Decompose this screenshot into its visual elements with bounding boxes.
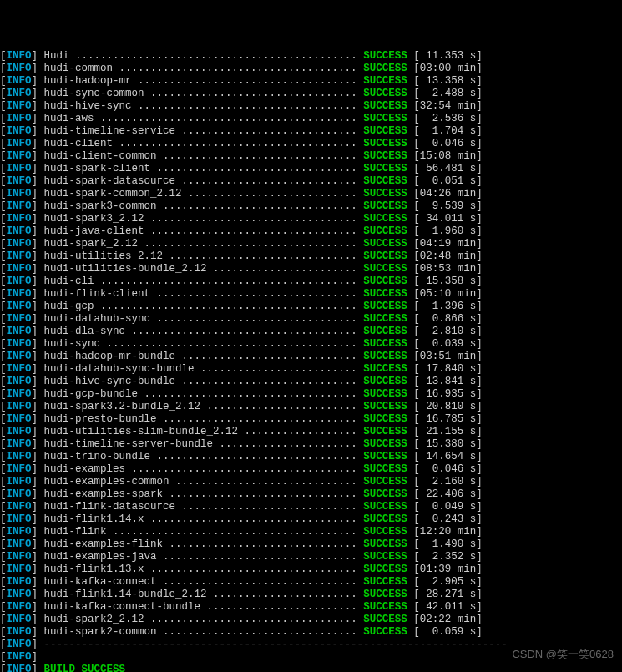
build-module-row: [INFO] hudi-common .....................… [0, 63, 622, 75]
build-module-row: [INFO] hudi-timeline-server-bundle .....… [0, 438, 622, 451]
build-module-row: [INFO] hudi-examples-common ............… [0, 476, 622, 488]
build-module-row: [INFO] hudi-spark3.2-bundle_2.12 .......… [0, 401, 622, 413]
build-module-row: [INFO] hudi-examples-flink .............… [0, 538, 622, 551]
build-module-row: [INFO] hudi-timeline-service ...........… [0, 125, 622, 138]
build-module-row: [INFO] hudi-utilities_2.12 .............… [0, 250, 622, 263]
build-module-row: [INFO] hudi-datahub-sync-bundle ........… [0, 363, 622, 376]
build-module-row: [INFO] hudi-cli ........................… [0, 275, 622, 288]
build-module-row: [INFO] hudi-datahub-sync ...............… [0, 313, 622, 326]
build-module-row: [INFO] hudi-flink-client ...............… [0, 288, 622, 301]
build-module-row: [INFO] hudi-flink1.13.x ................… [0, 563, 622, 576]
build-module-row: [INFO] hudi-utilities-bundle_2.12 ......… [0, 263, 622, 275]
build-module-row: [INFO] hudi-sync-common ................… [0, 88, 622, 100]
build-module-row: [INFO] hudi-trino-bundle ...............… [0, 451, 622, 463]
build-module-row: [INFO] hudi-gcp ........................… [0, 301, 622, 313]
build-module-row: [INFO] hudi-spark3-common ..............… [0, 200, 622, 213]
build-module-row: [INFO] hudi-spark-client ...............… [0, 163, 622, 175]
build-success-line: [INFO] BUILD SUCCESS [0, 664, 622, 672]
build-module-row: [INFO] hudi-kafka-connect ..............… [0, 576, 622, 589]
build-module-row: [INFO] hudi-aws ........................… [0, 113, 622, 125]
build-module-row: [INFO] hudi-hive-sync ..................… [0, 100, 622, 113]
build-module-row: [INFO] hudi-gcp-bundle .................… [0, 388, 622, 401]
build-module-row: [INFO] hudi-spark-datasource ...........… [0, 175, 622, 188]
terminal-output: [INFO] Hudi ............................… [0, 50, 622, 672]
build-module-row: [INFO] hudi-hive-sync-bundle ...........… [0, 376, 622, 388]
build-module-row: [INFO] hudi-flink ......................… [0, 526, 622, 538]
build-module-row: [INFO] hudi-examples-spark .............… [0, 488, 622, 501]
build-module-row: [INFO] hudi-spark_2.12 .................… [0, 238, 622, 250]
build-module-row: [INFO] Hudi ............................… [0, 50, 622, 63]
build-module-row: [INFO] hudi-client-common ..............… [0, 150, 622, 163]
build-module-row: [INFO] hudi-hadoop-mr ..................… [0, 75, 622, 88]
build-module-row: [INFO] hudi-hadoop-mr-bundle ...........… [0, 351, 622, 363]
build-module-row: [INFO] hudi-java-client ................… [0, 225, 622, 238]
build-module-row: [INFO] hudi-presto-bundle ..............… [0, 413, 622, 426]
build-module-row: [INFO] hudi-examples-java ..............… [0, 551, 622, 563]
build-module-row: [INFO] hudi-examples ...................… [0, 463, 622, 476]
build-module-row: [INFO] hudi-spark2_2.12 ................… [0, 614, 622, 626]
build-module-row: [INFO] hudi-flink1.14.x ................… [0, 513, 622, 526]
build-module-row: [INFO] hudi-spark3_2.12 ................… [0, 213, 622, 225]
build-module-row: [INFO] hudi-flink1.14-bundle_2.12 ......… [0, 589, 622, 601]
build-module-row: [INFO] hudi-spark2-common ..............… [0, 626, 622, 639]
build-module-row: [INFO] hudi-kafka-connect-bundle .......… [0, 601, 622, 614]
build-module-row: [INFO] hudi-utilities-slim-bundle_2.12 .… [0, 426, 622, 438]
build-module-row: [INFO] hudi-dla-sync ...................… [0, 326, 622, 338]
build-module-row: [INFO] hudi-sync .......................… [0, 338, 622, 351]
build-module-row: [INFO] hudi-client .....................… [0, 138, 622, 150]
build-module-row: [INFO] hudi-spark-common_2.12 ..........… [0, 188, 622, 200]
watermark: CSDN @笑一笑0628 [512, 648, 614, 660]
build-module-row: [INFO] hudi-flink-datasource ...........… [0, 501, 622, 513]
